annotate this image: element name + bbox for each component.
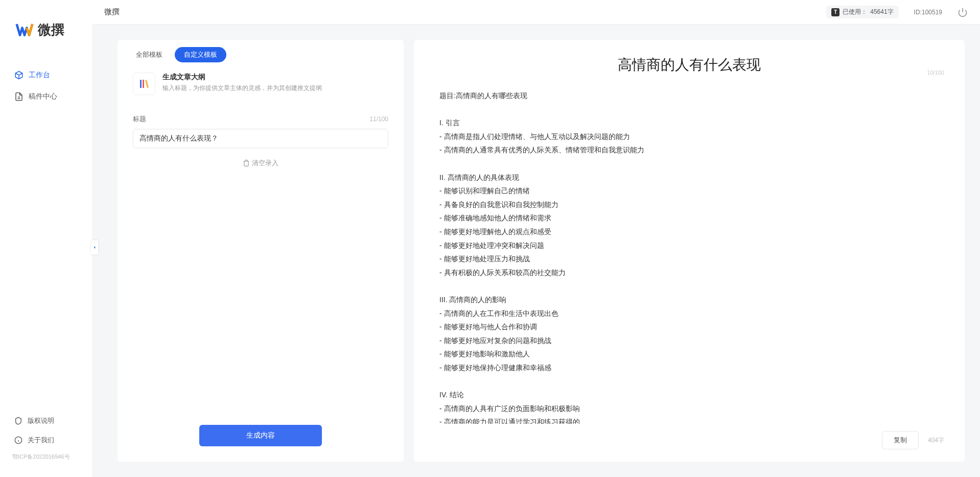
cube-icon: [14, 71, 24, 80]
template-card: 生成文章大纲 输入标题，为你提供文章主体的灵感，并为其创建推文提纲: [118, 70, 404, 104]
doc-footer: 复制 404字: [414, 424, 965, 462]
config-panel: 全部模板 自定义模板 生成文章大纲 输入标题，为你提供文章主体的灵感，并为其创建…: [118, 40, 404, 462]
trash-icon: [243, 160, 250, 167]
usage-value: 45641字: [870, 8, 893, 16]
char-count: 11/100: [369, 116, 388, 123]
clear-input-button[interactable]: 清空录入: [243, 158, 278, 168]
doc-title-count: 10/100: [927, 70, 944, 76]
content-area: 全部模板 自定义模板 生成文章大纲 输入标题，为你提供文章主体的灵感，并为其创建…: [92, 25, 980, 477]
sidebar: 微撰 工作台 稿件中心 版权说明 关于我们 鄂ICP备2022016946号: [0, 0, 92, 477]
logo-icon: [15, 20, 34, 39]
link-label: 关于我们: [28, 436, 54, 445]
main: 微撰 T 已使用： 45641字 ID:100519 全部模板 自定义模板 生成…: [92, 0, 980, 477]
usage-label: 已使用：: [843, 8, 867, 16]
doc-title[interactable]: 高情商的人有什么表现: [434, 55, 944, 75]
template-tabs: 全部模板 自定义模板: [118, 40, 404, 70]
field-label-title: 标题: [133, 115, 146, 124]
template-info: 生成文章大纲 输入标题，为你提供文章主体的灵感，并为其创建推文提纲: [162, 73, 322, 93]
nav-label: 稿件中心: [29, 92, 57, 101]
template-title: 生成文章大纲: [162, 73, 322, 82]
output-panel: 高情商的人有什么表现 10/100 题目:高情商的人有哪些表现 I. 引言 - …: [414, 40, 965, 462]
doc-text: 题目:高情商的人有哪些表现 I. 引言 - 高情商是指人们处理情绪、与他人互动以…: [439, 89, 939, 424]
form-section: 标题 11/100 清空录入: [118, 104, 404, 179]
icp-text: 鄂ICP备2022016946号: [0, 450, 92, 467]
nav-label: 工作台: [29, 71, 50, 80]
brand-name: 微撰: [38, 21, 64, 39]
doc-body[interactable]: 题目:高情商的人有哪些表现 I. 引言 - 高情商是指人们处理情绪、与他人互动以…: [414, 79, 965, 424]
template-desc: 输入标题，为你提供文章主体的灵感，并为其创建推文提纲: [162, 84, 322, 93]
link-about[interactable]: 关于我们: [0, 430, 92, 450]
link-copyright[interactable]: 版权说明: [0, 411, 92, 430]
title-input[interactable]: [133, 129, 388, 148]
topbar: 微撰 T 已使用： 45641字 ID:100519: [92, 0, 980, 25]
sidebar-collapse-handle[interactable]: [91, 240, 98, 255]
nav-item-drafts[interactable]: 稿件中心: [0, 86, 92, 107]
shield-icon: [14, 417, 22, 425]
usage-badge[interactable]: T 已使用： 45641字: [826, 6, 898, 18]
generate-footer: 生成内容: [118, 415, 404, 462]
clear-label: 清空录入: [252, 158, 278, 168]
nav-list: 工作台 稿件中心: [0, 54, 92, 411]
word-count: 404字: [928, 436, 944, 445]
generate-button[interactable]: 生成内容: [199, 425, 322, 446]
file-icon: [14, 92, 24, 101]
user-id: ID:100519: [914, 9, 942, 16]
sidebar-bottom: 版权说明 关于我们 鄂ICP备2022016946号: [0, 411, 92, 477]
doc-header: 高情商的人有什么表现 10/100: [414, 40, 965, 79]
template-icon: [133, 73, 155, 95]
books-icon: [138, 78, 150, 90]
link-label: 版权说明: [28, 416, 54, 425]
tab-all-templates[interactable]: 全部模板: [127, 47, 172, 62]
chevron-left-icon: [92, 245, 97, 250]
brand-logo: 微撰: [0, 0, 92, 54]
page-title: 微撰: [104, 7, 826, 17]
info-icon: [14, 436, 22, 444]
nav-item-workbench[interactable]: 工作台: [0, 64, 92, 86]
copy-button[interactable]: 复制: [882, 431, 919, 449]
tab-custom-templates[interactable]: 自定义模板: [175, 47, 226, 62]
text-icon: T: [831, 8, 839, 16]
power-icon[interactable]: [958, 7, 968, 17]
